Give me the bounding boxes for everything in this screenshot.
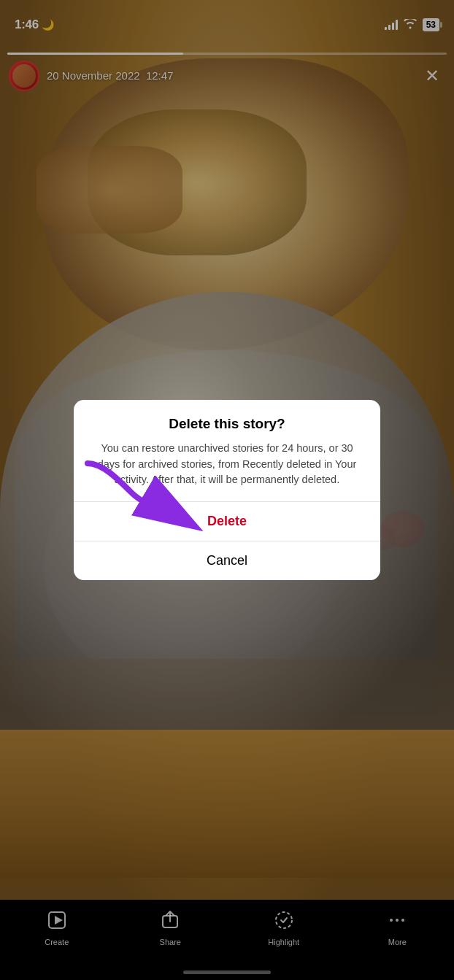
delete-button[interactable]: Delete: [74, 502, 380, 541]
modal-body: You can restore unarchived stories for 2…: [91, 441, 363, 488]
modal-overlay: Delete this story? You can restore unarc…: [0, 0, 454, 980]
delete-modal: Delete this story? You can restore unarc…: [74, 400, 380, 580]
modal-content: Delete this story? You can restore unarc…: [74, 400, 380, 501]
modal-title: Delete this story?: [91, 416, 363, 432]
cancel-button[interactable]: Cancel: [74, 541, 380, 580]
